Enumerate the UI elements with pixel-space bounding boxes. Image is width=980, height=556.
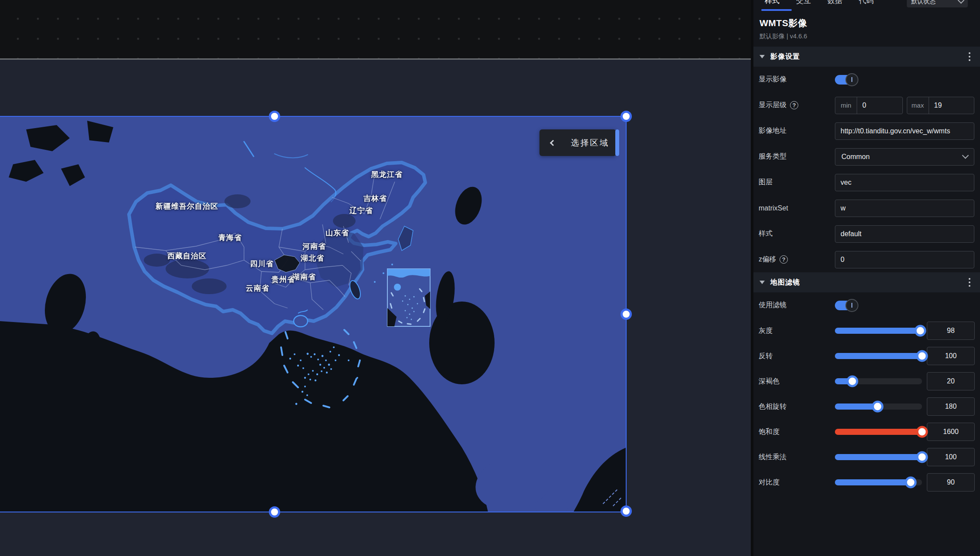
slider-track[interactable] bbox=[835, 454, 922, 460]
map-graphic bbox=[0, 116, 626, 512]
slider-knob[interactable] bbox=[905, 477, 917, 488]
image-url-label: 影像地址 bbox=[759, 126, 835, 136]
slider-track[interactable] bbox=[835, 378, 922, 384]
slider-track[interactable] bbox=[835, 328, 922, 334]
province-label: 黑龙江省 bbox=[371, 170, 403, 180]
selection-border-bottom bbox=[0, 512, 626, 512]
slider-knob[interactable] bbox=[916, 451, 928, 463]
select-region-button[interactable]: 选择区域 bbox=[539, 129, 616, 156]
editor-canvas[interactable]: 黑龙江省 吉林省 辽宁省 新疆维吾尔自治区 青海省 山东省 河南省 湖北省 四川… bbox=[0, 0, 751, 556]
chevron-down-icon bbox=[958, 0, 965, 3]
z-offset-label: z偏移 ? bbox=[759, 255, 835, 264]
matrixset-input[interactable] bbox=[835, 200, 974, 217]
panel-tab[interactable]: 代码 bbox=[856, 0, 876, 6]
back-chevron-icon[interactable] bbox=[551, 141, 555, 145]
kebab-menu-icon[interactable] bbox=[969, 52, 970, 61]
collapse-caret-icon[interactable] bbox=[760, 55, 765, 58]
resize-handle-top-center[interactable] bbox=[269, 111, 280, 122]
row-layer: 图层 bbox=[753, 170, 980, 195]
filter-slider-row: 灰度 98 bbox=[753, 318, 980, 343]
slider-fill bbox=[835, 353, 922, 359]
show-image-toggle[interactable] bbox=[835, 75, 854, 85]
filter-slider-row: 反转 100 bbox=[753, 343, 980, 369]
image-url-input[interactable] bbox=[835, 122, 974, 140]
filter-slider-row: 饱和度 1600 bbox=[753, 419, 980, 444]
slider-knob[interactable] bbox=[915, 325, 926, 337]
panel-tab[interactable]: 交互 bbox=[793, 0, 814, 6]
component-subtitle: 默认影像 | v4.6.6 bbox=[760, 32, 974, 41]
slider-fill bbox=[835, 454, 922, 460]
min-prefix: min bbox=[835, 97, 857, 114]
slider-track[interactable] bbox=[835, 429, 922, 435]
province-label: 吉林省 bbox=[363, 193, 387, 203]
slider-track[interactable] bbox=[835, 479, 922, 485]
toggle-knob[interactable] bbox=[845, 299, 858, 312]
layer-input[interactable] bbox=[835, 174, 974, 191]
slider-fill bbox=[835, 403, 878, 410]
panel-tab[interactable]: 样式 bbox=[762, 0, 782, 6]
panel-tab[interactable]: 数据 bbox=[825, 0, 845, 6]
slider-fill bbox=[835, 429, 922, 435]
max-value[interactable]: 19 bbox=[929, 102, 942, 109]
selection-border-top bbox=[0, 116, 626, 117]
slider-label: 线性乘法 bbox=[759, 453, 835, 462]
slider-track[interactable] bbox=[835, 403, 922, 410]
section-header-map-filter[interactable]: 地图滤镜 bbox=[753, 272, 980, 292]
resize-handle-bottom-center[interactable] bbox=[269, 506, 280, 518]
slider-fill bbox=[835, 328, 920, 334]
show-image-label: 显示影像 bbox=[759, 75, 835, 84]
slider-value[interactable]: 98 bbox=[927, 322, 975, 340]
layer-label: 图层 bbox=[759, 178, 835, 187]
use-filter-toggle[interactable] bbox=[835, 301, 854, 310]
row-display-level: 显示层级 ? min 0 max 19 bbox=[753, 92, 980, 118]
section-title: 地图滤镜 bbox=[770, 278, 800, 287]
slider-knob[interactable] bbox=[916, 350, 928, 362]
slider-label: 灰度 bbox=[759, 326, 835, 336]
matrixset-label: matrixSet bbox=[759, 204, 835, 212]
slider-value[interactable]: 90 bbox=[927, 473, 975, 492]
row-image-url: 影像地址 bbox=[753, 118, 980, 144]
slider-value[interactable]: 180 bbox=[927, 397, 975, 416]
slider-value[interactable]: 20 bbox=[927, 372, 975, 390]
resize-handle-top-right[interactable] bbox=[621, 111, 632, 122]
select-region-label: 选择区域 bbox=[571, 137, 609, 149]
row-z-offset: z偏移 ? bbox=[753, 247, 980, 272]
resize-handle-bottom-right[interactable] bbox=[621, 505, 632, 517]
south-sea-inset bbox=[387, 269, 430, 326]
slider-value[interactable]: 100 bbox=[927, 448, 975, 466]
slider-knob[interactable] bbox=[872, 401, 884, 413]
toggle-knob[interactable] bbox=[845, 73, 858, 86]
slider-value[interactable]: 1600 bbox=[927, 423, 975, 441]
slider-label: 深褐色 bbox=[759, 377, 835, 386]
row-matrixset: matrixSet bbox=[753, 195, 980, 221]
state-dropdown[interactable]: 默认状态 bbox=[907, 0, 968, 7]
slider-label: 饱和度 bbox=[759, 427, 835, 437]
row-style: 样式 bbox=[753, 221, 980, 247]
section-title: 影像设置 bbox=[770, 52, 800, 61]
service-type-label: 服务类型 bbox=[759, 152, 835, 161]
slider-value[interactable]: 100 bbox=[927, 347, 975, 365]
service-type-select[interactable]: Common bbox=[835, 148, 974, 166]
component-title: WMTS影像 bbox=[760, 17, 974, 29]
help-icon[interactable]: ? bbox=[790, 101, 798, 109]
collapse-caret-icon[interactable] bbox=[760, 281, 765, 284]
wmts-map-component[interactable]: 黑龙江省 吉林省 辽宁省 新疆维吾尔自治区 青海省 山东省 河南省 湖北省 四川… bbox=[0, 116, 626, 512]
section-header-image-settings[interactable]: 影像设置 bbox=[753, 47, 980, 67]
min-value[interactable]: 0 bbox=[857, 102, 866, 109]
help-icon[interactable]: ? bbox=[780, 255, 788, 264]
resize-handle-right-middle[interactable] bbox=[621, 309, 632, 320]
filter-slider-row: 线性乘法 100 bbox=[753, 444, 980, 470]
row-show-image: 显示影像 bbox=[753, 67, 980, 92]
min-level-field[interactable]: min 0 bbox=[835, 97, 903, 114]
max-prefix: max bbox=[907, 97, 929, 114]
slider-knob[interactable] bbox=[847, 376, 858, 387]
artboard-top-edge bbox=[0, 58, 751, 60]
z-offset-input[interactable] bbox=[835, 251, 974, 268]
kebab-menu-icon[interactable] bbox=[969, 278, 970, 287]
province-label: 湖南省 bbox=[292, 272, 316, 282]
slider-knob[interactable] bbox=[916, 426, 928, 438]
slider-label: 对比度 bbox=[759, 478, 835, 487]
max-level-field[interactable]: max 19 bbox=[907, 97, 975, 114]
style-input[interactable] bbox=[835, 225, 974, 243]
slider-track[interactable] bbox=[835, 353, 922, 359]
